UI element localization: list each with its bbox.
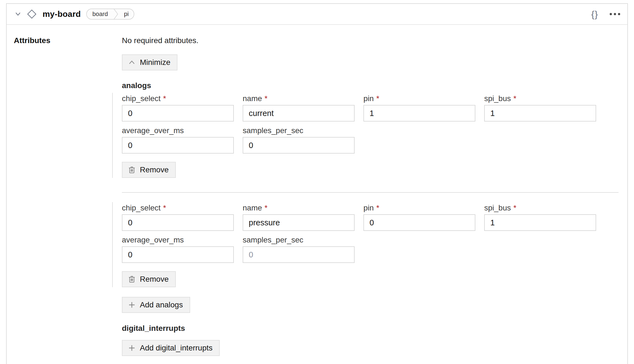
- required-asterisk: *: [163, 94, 166, 103]
- add-digital-interrupts-button-label: Add digital_interrupts: [140, 344, 213, 352]
- ellipsis-icon: [609, 12, 621, 16]
- field-label-chip-select: chip_select: [122, 94, 161, 103]
- attributes-form: No required attributes. Minimize analogs…: [122, 36, 619, 356]
- average-over-ms-input[interactable]: [122, 137, 234, 154]
- name-input[interactable]: [243, 214, 355, 231]
- no-required-attributes-text: No required attributes.: [122, 36, 619, 45]
- plus-icon: [129, 345, 135, 351]
- required-asterisk: *: [264, 204, 268, 212]
- attributes-gutter: Attributes: [14, 36, 122, 356]
- plus-icon: [129, 302, 135, 308]
- more-options-button[interactable]: [609, 12, 621, 16]
- analog-group-2-row-2: average_over_ms samples_per_sec: [122, 236, 619, 263]
- analog-group-2-row-1: chip_select * name * p: [122, 204, 619, 231]
- chevron-down-icon: [15, 11, 21, 17]
- field-label-samples-per-sec: samples_per_sec: [243, 126, 303, 135]
- analog-group-1-row-2: average_over_ms samples_per_sec: [122, 126, 619, 154]
- diamond-icon: [27, 9, 37, 19]
- component-card-header: my-board board pi {}: [7, 4, 627, 25]
- name-input[interactable]: [243, 105, 355, 122]
- component-type-tags: board pi: [86, 9, 134, 20]
- required-asterisk: *: [376, 94, 379, 103]
- chevron-up-icon: [129, 60, 135, 65]
- field-label-pin: pin: [363, 204, 374, 212]
- digital-interrupts-section-label: digital_interrupts: [122, 324, 619, 333]
- trash-icon: [129, 275, 135, 283]
- field-pin: pin *: [363, 94, 475, 122]
- attributes-section: Attributes No required attributes. Minim…: [7, 25, 627, 356]
- remove-button-label: Remove: [140, 275, 169, 284]
- field-chip-select: chip_select *: [122, 204, 234, 231]
- json-mode-icon[interactable]: {}: [591, 9, 598, 20]
- analog-group-2: chip_select * name * p: [122, 204, 619, 287]
- pin-input[interactable]: [363, 214, 475, 231]
- required-asterisk: *: [376, 204, 379, 212]
- field-spi-bus: spi_bus *: [484, 204, 596, 231]
- minimize-button-label: Minimize: [140, 58, 170, 67]
- field-label-average-over-ms: average_over_ms: [122, 126, 184, 135]
- tag-pi: pi: [119, 9, 134, 19]
- field-pin: pin *: [363, 204, 475, 231]
- field-name: name *: [243, 94, 355, 122]
- remove-button-label: Remove: [140, 165, 169, 174]
- field-label-average-over-ms: average_over_ms: [122, 236, 184, 244]
- field-average-over-ms: average_over_ms: [122, 126, 234, 154]
- field-chip-select: chip_select *: [122, 94, 234, 122]
- component-card: my-board board pi {} Attributes No requi…: [6, 3, 628, 364]
- board-component-icon: [27, 9, 37, 19]
- minimize-button[interactable]: Minimize: [122, 54, 177, 70]
- field-spi-bus: spi_bus *: [484, 94, 596, 122]
- remove-analog-2-button[interactable]: Remove: [122, 271, 176, 287]
- chip-select-input[interactable]: [122, 214, 234, 231]
- analogs-section-label: analogs: [122, 81, 619, 90]
- field-average-over-ms: average_over_ms: [122, 236, 234, 263]
- samples-per-sec-input[interactable]: [243, 246, 355, 263]
- attributes-heading: Attributes: [14, 36, 122, 45]
- chip-select-input[interactable]: [122, 105, 234, 122]
- trash-icon: [129, 166, 135, 174]
- tag-separator-chevron-icon: [114, 9, 119, 19]
- add-digital-interrupts-button[interactable]: Add digital_interrupts: [122, 340, 220, 356]
- analog-group-divider: [122, 192, 619, 193]
- field-samples-per-sec: samples_per_sec: [243, 236, 355, 263]
- field-name: name *: [243, 204, 355, 231]
- spi-bus-input[interactable]: [484, 105, 596, 122]
- field-label-chip-select: chip_select: [122, 204, 161, 212]
- field-label-samples-per-sec: samples_per_sec: [243, 236, 303, 244]
- tag-board: board: [87, 9, 113, 19]
- remove-analog-1-button[interactable]: Remove: [122, 162, 176, 178]
- field-samples-per-sec: samples_per_sec: [243, 126, 355, 154]
- field-label-pin: pin: [363, 94, 374, 103]
- required-asterisk: *: [514, 204, 517, 212]
- required-asterisk: *: [264, 94, 268, 103]
- spi-bus-input[interactable]: [484, 214, 596, 231]
- analog-group-1-row-1: chip_select * name * p: [122, 94, 619, 122]
- collapse-chevron-button[interactable]: [13, 9, 23, 19]
- field-label-spi-bus: spi_bus: [484, 204, 511, 212]
- analog-group-1: chip_select * name * p: [122, 94, 619, 178]
- field-label-spi-bus: spi_bus: [484, 94, 511, 103]
- field-label-name: name: [243, 204, 262, 212]
- samples-per-sec-input[interactable]: [243, 137, 355, 154]
- component-name-title: my-board: [43, 9, 81, 19]
- field-label-name: name: [243, 94, 262, 103]
- required-asterisk: *: [163, 204, 166, 212]
- required-asterisk: *: [514, 94, 517, 103]
- average-over-ms-input[interactable]: [122, 246, 234, 263]
- add-analogs-button-label: Add analogs: [140, 300, 183, 309]
- add-analogs-button[interactable]: Add analogs: [122, 297, 190, 313]
- pin-input[interactable]: [363, 105, 475, 122]
